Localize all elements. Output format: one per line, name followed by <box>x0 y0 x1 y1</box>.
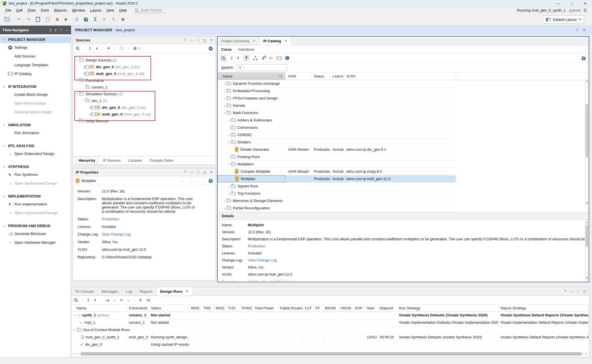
float-panel-icon[interactable]: ◳ <box>203 170 206 174</box>
close-tab-icon[interactable]: ✕ <box>284 39 287 43</box>
expander-icon[interactable]: › <box>228 155 231 159</box>
flow-item-run-simulation[interactable]: Run Simulation <box>0 128 71 137</box>
create-runs-icon[interactable]: + <box>139 297 142 303</box>
percent-icon[interactable]: % <box>146 298 150 303</box>
details-scrollbar[interactable] <box>585 220 589 280</box>
tree-item-div-gen-0[interactable]: › div_gen_0(div_gen_0.xci) <box>73 63 216 70</box>
maximize-button[interactable]: □ <box>565 0 578 7</box>
status-link[interactable]: Production <box>102 217 195 221</box>
flow-item-language-templates[interactable]: Language Templates <box>0 61 71 69</box>
float-panel-icon[interactable]: ◳ <box>203 38 206 42</box>
scrollbar-thumb[interactable] <box>586 104 588 157</box>
expand-all-icon[interactable]: ▲▼ <box>237 57 239 59</box>
flow-item-open-elaborated-design[interactable]: › Open Elaborated Design <box>0 149 71 158</box>
catalog-row-complex-multiplier[interactable]: Complex Multiplier AXI4-Stream Productio… <box>218 168 456 175</box>
col-name[interactable]: Name <box>71 305 127 311</box>
cancel-run-link[interactable]: Cancel <box>569 8 580 12</box>
col-ff[interactable]: FF <box>314 305 323 311</box>
catalog-row-partial-reconfiguration[interactable]: ›Partial Reconfiguration <box>218 205 456 212</box>
maximize-panel-icon[interactable]: □ <box>577 289 579 294</box>
flow-item-open-synthesized-design[interactable]: › Open Synthesized Design <box>0 179 71 188</box>
flow-item-run-implementation[interactable]: Run Implementation <box>0 200 71 208</box>
expander-icon[interactable]: › <box>76 58 79 62</box>
tree-item-constrs-1[interactable]: constrs_1 <box>73 84 216 90</box>
search-icon[interactable] <box>220 55 226 61</box>
generate-bitstream-icon[interactable]: ↓ 0110 <box>73 17 78 22</box>
expander-icon[interactable]: › <box>228 118 231 122</box>
column-header-status[interactable]: Status <box>311 72 330 80</box>
tab-reports[interactable]: Reports <box>136 287 156 296</box>
column-header-license[interactable]: License <box>330 72 343 80</box>
paste-icon[interactable] <box>46 17 50 22</box>
flow-item-run-synthesis[interactable]: Run Synthesis <box>0 170 71 179</box>
horizontal-scrollbar[interactable]: ‹ › <box>72 352 588 356</box>
minimize-button[interactable]: — <box>551 0 565 7</box>
catalog-row-memories-storage[interactable]: ›Memories & Storage Elements <box>218 197 456 205</box>
status-link[interactable]: Production <box>248 244 274 248</box>
column-header-name[interactable]: Name ^ 1 <box>218 72 285 80</box>
delete-icon[interactable]: ✕ <box>56 17 59 22</box>
catalog-row-math-functions[interactable]: ›Math Functions <box>218 109 456 117</box>
close-panel-icon[interactable]: ✕ <box>210 38 213 42</box>
help-icon[interactable]: ? <box>60 28 62 32</box>
expander-icon[interactable]: › <box>76 119 79 123</box>
catalog-row-square-root[interactable]: ›Square Root <box>218 183 456 190</box>
expand-all-icon[interactable]: ▲▼ <box>96 47 98 50</box>
col-whs[interactable]: WHS <box>214 305 226 311</box>
chevron-right-icon[interactable]: › <box>8 152 12 156</box>
goto-first-icon[interactable]: |◀ <box>105 298 109 302</box>
flow-item-generate-bitstream[interactable]: ↓0110 Generate Bitstream <box>0 229 71 238</box>
quick-access-search[interactable]: Quick Access <box>134 8 165 13</box>
expander-icon[interactable]: › <box>223 206 227 210</box>
run-row-mult-gen-0-synth-1[interactable]: mult_gen_0_synth_1 mult_gen_0 Running sy… <box>71 334 589 341</box>
maximize-panel-icon[interactable]: □ <box>197 38 199 42</box>
scrollbar-thumb[interactable] <box>586 225 588 247</box>
scroll-left-arrow[interactable]: ‹ <box>72 352 76 356</box>
tree-item-mult-gen-0[interactable]: › mult_gen_0(mult_gen_0.xci) <box>73 70 216 77</box>
catalog-row-embedded-processing[interactable]: ›Embedded Processing <box>218 87 456 95</box>
catalog-row-dividers[interactable]: ›Dividers <box>218 139 456 146</box>
expander-icon[interactable]: › <box>223 104 227 108</box>
tree-item-design-sources[interactable]: › Design Sources(2) <box>73 57 216 63</box>
menu-flow[interactable]: Flow <box>25 8 38 12</box>
close-context-icon[interactable]: ✕ <box>583 28 586 32</box>
view-tab-interfaces[interactable]: Interfaces <box>238 47 254 52</box>
expander-icon[interactable]: › <box>223 111 227 115</box>
expander-icon[interactable]: › <box>223 199 227 203</box>
catalog-row-conversions[interactable]: ›Conversions <box>218 124 456 131</box>
help-icon[interactable]: ? <box>184 170 186 174</box>
catalog-row-kernels[interactable]: ›Kernels <box>218 102 456 109</box>
col-constraints[interactable]: Constraints <box>127 305 149 311</box>
flow-item-ip-catalog[interactable]: IP Catalog <box>0 69 71 78</box>
expander-icon[interactable]: › <box>223 82 227 86</box>
flow-item-open-implemented-design[interactable]: › Open Implemented Design <box>0 208 71 217</box>
column-header-vlnv[interactable]: VLNV <box>343 72 456 80</box>
run-row-impl-1[interactable]: ▷impl_1 constrs_1 Not started Vivado Imp… <box>71 319 589 326</box>
minimize-panel-icon[interactable]: — <box>190 38 194 42</box>
col-start[interactable]: Start <box>365 305 378 311</box>
close-panel-icon[interactable]: ✕ <box>210 170 213 174</box>
tab-ip-sources[interactable]: IP Sources <box>100 157 123 164</box>
scroll-down-arrow[interactable] <box>586 202 588 204</box>
menu-help[interactable]: Help <box>117 8 129 12</box>
edit-disabled-icon[interactable]: ✎ <box>112 17 116 22</box>
tree-item-sim-div-gen-0[interactable]: › div_gen_0(div_gen_0.xci) <box>73 104 216 111</box>
collapse-all-icon[interactable]: ▼▲ <box>87 299 89 301</box>
open-project-icon[interactable] <box>5 17 10 21</box>
expander-icon[interactable]: › <box>228 184 231 188</box>
scroll-down-arrow[interactable] <box>586 277 588 279</box>
catalog-row-adders-subtracters[interactable]: ›Adders & Subtracters <box>218 117 456 124</box>
col-elapsed[interactable]: Elapsed <box>378 305 397 311</box>
flow-item-add-sources[interactable]: Add Sources <box>0 52 71 61</box>
expander-icon[interactable]: › <box>227 163 231 166</box>
search-input[interactable] <box>236 64 287 71</box>
copy-icon[interactable] <box>36 17 40 22</box>
group-by-hierarchy-icon[interactable] <box>253 56 257 60</box>
chevron-right-icon[interactable]: › <box>8 241 12 245</box>
col-report-strategy[interactable]: Report Strategy <box>499 305 589 311</box>
run-icon[interactable] <box>65 18 68 21</box>
collapse-all-icon[interactable]: ▼▲ <box>231 57 233 59</box>
expander-icon[interactable]: › <box>228 133 231 137</box>
tab-tcl-console[interactable]: Tcl Console <box>71 287 98 296</box>
scroll-up-arrow[interactable] <box>586 221 588 223</box>
